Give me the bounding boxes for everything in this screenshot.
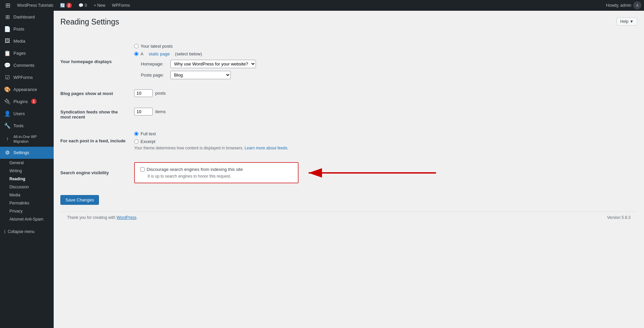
blog-pages-input[interactable] [134, 89, 153, 97]
sidebar-item-label: Tools [13, 123, 23, 128]
sidebar-item-label: Media [13, 39, 25, 44]
syndication-row: Syndication feeds show the most recent i… [60, 103, 637, 126]
posts-icon: 📄 [4, 26, 11, 32]
static-page-options: Homepage: Why use WordPress for your web… [134, 60, 637, 79]
howdy-text: Howdy, admin [606, 3, 631, 8]
admin-bar: ⊞ WordPress Tutorials 🔄 2 💬 0 + New WPFo… [0, 0, 644, 11]
collapse-icon: ⟨ [4, 229, 6, 234]
submenu-discussion[interactable]: Discussion [0, 183, 54, 191]
sidebar-item-plugins[interactable]: 🔌 Plugins 1 [0, 95, 54, 107]
radio-excerpt-label[interactable]: Excerpt [134, 139, 637, 144]
sidebar-item-settings[interactable]: ⚙ Settings [0, 147, 54, 159]
red-arrow-annotation [302, 165, 443, 181]
media-icon: 🖼 [4, 38, 11, 44]
admin-menu: ⊞ Dashboard 📄 Posts 🖼 Media 📋 Pages 💬 Co… [0, 11, 54, 328]
comments-link[interactable]: 💬 0 [76, 0, 90, 11]
sidebar-item-label: Dashboard [13, 14, 35, 19]
settings-submenu: General Writing Reading Discussion Media… [0, 159, 54, 223]
new-content-link[interactable]: + New [91, 0, 108, 11]
sidebar-item-comments[interactable]: 💬 Comments [0, 59, 54, 71]
sidebar-item-pages[interactable]: 📋 Pages [0, 47, 54, 59]
radio-full-text[interactable] [134, 132, 139, 136]
version-text: Version 5.8.3 [607, 215, 631, 220]
submenu-privacy[interactable]: Privacy [0, 207, 54, 215]
search-visibility-checkbox-label[interactable]: Discourage search engines from indexing … [140, 167, 292, 172]
radio-full-text-label[interactable]: Full text [134, 131, 637, 136]
sidebar-item-posts[interactable]: 📄 Posts [0, 23, 54, 35]
syndication-input[interactable] [134, 108, 153, 115]
posts-page-select-row: Posts page: Blog Home Sample Page [141, 71, 637, 79]
appearance-icon: 🎨 [4, 86, 11, 93]
sidebar-item-wpforms[interactable]: ☑ WPForms [0, 71, 54, 83]
sidebar-item-label: Comments [13, 63, 35, 68]
wpforms-link[interactable]: WPForms [109, 0, 132, 11]
site-name: WordPress Tutorials [17, 3, 53, 8]
radio-static-page-prefix: A [141, 51, 144, 56]
collapse-menu-button[interactable]: ⟨ Collapse menu [0, 227, 54, 237]
updates-link[interactable]: 🔄 2 [57, 0, 74, 11]
sidebar-item-label: Pages [13, 51, 26, 56]
static-page-link[interactable]: static page [149, 51, 170, 56]
radio-excerpt[interactable] [134, 139, 139, 144]
sidebar-item-users[interactable]: 👤 Users [0, 107, 54, 120]
radio-full-text-label-text: Full text [141, 131, 156, 136]
avatar: A [633, 1, 641, 9]
wp-logo-icon: ⊞ [5, 2, 10, 9]
feed-radio-group: Full text Excerpt [134, 131, 637, 144]
settings-form: Your homepage displays Your latest posts [60, 39, 637, 205]
sidebar-item-appearance[interactable]: 🎨 Appearance [0, 83, 54, 95]
radio-static-page-label[interactable]: A static page (select below) [134, 51, 637, 56]
search-visibility-label: Search engine visibility [60, 170, 109, 175]
wp-logo-link[interactable]: ⊞ [3, 0, 13, 11]
footer-text: Thank you for creating with WordPress. [67, 215, 138, 220]
search-visibility-checkbox[interactable] [140, 167, 145, 172]
posts-page-select[interactable]: Blog Home Sample Page [170, 71, 231, 79]
tools-icon: 🔧 [4, 122, 11, 129]
radio-latest-posts[interactable] [134, 44, 139, 48]
homepage-radio-group: Your latest posts A static page (select … [134, 44, 637, 56]
save-changes-button[interactable]: Save Changes [60, 195, 99, 205]
sidebar-item-dashboard[interactable]: ⊞ Dashboard [0, 11, 54, 23]
blog-pages-row: Blog pages show at most posts [60, 84, 637, 103]
radio-latest-posts-text: Your latest posts [141, 44, 173, 49]
submenu-writing[interactable]: Writing [0, 167, 54, 175]
search-visibility-checkbox-text: Discourage search engines from indexing … [147, 167, 243, 172]
sidebar-item-tools[interactable]: 🔧 Tools [0, 120, 54, 132]
sidebar-item-media[interactable]: 🖼 Media [0, 35, 54, 47]
allinone-icon: ↑ [4, 136, 11, 142]
feed-learn-more-link[interactable]: Learn more about feeds [245, 146, 287, 150]
submenu-media[interactable]: Media [0, 191, 54, 199]
plugins-badge: 1 [31, 99, 37, 104]
users-icon: 👤 [4, 110, 11, 117]
sidebar-item-allinone[interactable]: ↑ All-in-One WP Migration [0, 132, 54, 147]
feed-include-label: For each post in a feed, include [60, 138, 125, 143]
posts-page-select-label: Posts page: [141, 73, 168, 78]
submenu-general[interactable]: General [0, 159, 54, 167]
homepage-select[interactable]: Why use WordPress for your website? Samp… [170, 60, 256, 68]
footer-wordpress-link[interactable]: WordPress [116, 215, 136, 220]
settings-icon: ⚙ [4, 149, 11, 156]
homepage-select-row: Homepage: Why use WordPress for your web… [141, 60, 637, 68]
comments-icon: 💬 [78, 3, 84, 8]
help-button[interactable]: Help ▼ [616, 17, 637, 26]
radio-latest-posts-label[interactable]: Your latest posts [134, 44, 637, 49]
sidebar-item-label: Plugins [13, 99, 28, 104]
radio-static-page[interactable] [134, 52, 139, 56]
page-title: Reading Settings [60, 17, 119, 27]
dashboard-icon: ⊞ [4, 13, 11, 20]
submenu-akismet[interactable]: Akismet Anti-Spam [0, 215, 54, 223]
comments-icon: 💬 [4, 62, 11, 68]
collapse-label: Collapse menu [8, 229, 35, 234]
submenu-permalinks[interactable]: Permalinks [0, 199, 54, 207]
submenu-reading[interactable]: Reading [0, 175, 54, 183]
wpforms-label: WPForms [112, 3, 130, 8]
main-content: Reading Settings Help ▼ Your homepage di… [54, 11, 644, 328]
homepage-select-label: Homepage: [141, 61, 168, 66]
homepage-displays-row: Your homepage displays Your latest posts [60, 39, 637, 84]
sidebar-item-label: Settings [13, 150, 29, 155]
site-name-link[interactable]: WordPress Tutorials [14, 0, 56, 11]
updates-count: 2 [66, 3, 72, 8]
blog-pages-label: Blog pages show at most [60, 91, 113, 96]
radio-excerpt-label-text: Excerpt [141, 139, 155, 144]
sidebar-item-label: Users [13, 111, 25, 116]
